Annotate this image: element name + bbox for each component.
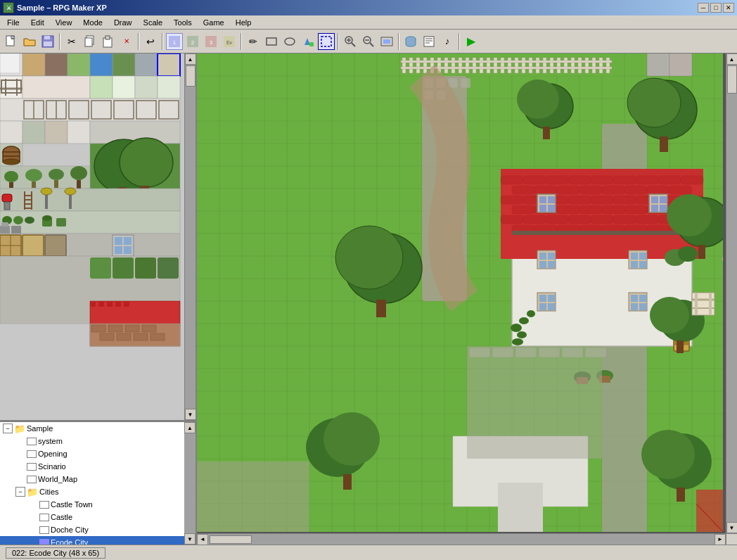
- svg-point-102: [65, 188, 76, 195]
- zoom-full-button[interactable]: [378, 33, 395, 50]
- svg-rect-313: [651, 196, 658, 203]
- menu-game[interactable]: Game: [198, 17, 230, 28]
- hscroll-right-button[interactable]: ►: [714, 534, 726, 545]
- menu-view[interactable]: View: [50, 17, 78, 28]
- maximize-button[interactable]: □: [710, 3, 722, 13]
- sound-button[interactable]: ♪: [439, 33, 456, 50]
- svg-rect-308: [539, 196, 546, 203]
- vscroll-up-button[interactable]: ▲: [726, 53, 738, 65]
- map-icon-castle: [39, 514, 49, 521]
- paste-button[interactable]: [100, 33, 117, 50]
- svg-rect-258: [546, 176, 568, 184]
- svg-rect-118: [45, 235, 66, 256]
- svg-rect-367: [677, 488, 685, 502]
- minimize-button[interactable]: ─: [698, 3, 709, 13]
- map-icon-castle-town: [39, 501, 49, 509]
- vscroll-track[interactable]: [726, 65, 737, 522]
- layer3-button[interactable]: 3: [203, 33, 219, 50]
- play-button[interactable]: ▶: [463, 33, 480, 50]
- open-button[interactable]: [21, 33, 38, 50]
- svg-rect-214: [409, 58, 413, 73]
- tileset-scroll-down[interactable]: ▼: [185, 409, 196, 420]
- svg-rect-236: [564, 58, 568, 73]
- map-tree: − 📁 Sample + system + Opening + Scinario…: [0, 421, 196, 545]
- tileset-scroll-thumb[interactable]: [186, 65, 196, 87]
- svg-point-79: [3, 159, 20, 165]
- main-layout: ▲ ▼ − 📁 Sample + system +: [0, 53, 737, 545]
- save-button[interactable]: [39, 33, 56, 50]
- menu-mode[interactable]: Mode: [77, 17, 108, 28]
- tree-item-ecode-city[interactable]: + Ecode City: [0, 536, 196, 545]
- undo-button[interactable]: ↩: [142, 33, 159, 50]
- events-button[interactable]: Ev: [221, 33, 238, 50]
- map-area[interactable]: ◄ ► ▲ ▼: [197, 53, 737, 545]
- tileset-scrollbar[interactable]: ▲ ▼: [184, 53, 196, 420]
- svg-rect-284: [557, 205, 579, 214]
- svg-rect-227: [501, 58, 504, 73]
- tree-toggle-sample[interactable]: −: [3, 424, 13, 433]
- svg-rect-260: [591, 176, 613, 184]
- svg-point-351: [627, 78, 681, 127]
- tree-item-doche-city[interactable]: + Doche City: [0, 523, 196, 536]
- svg-point-345: [512, 338, 523, 345]
- tileset-scroll-up[interactable]: ▲: [185, 53, 196, 65]
- zoom-in-button[interactable]: [342, 33, 359, 50]
- hscroll-thumb[interactable]: [210, 535, 252, 544]
- rect-button[interactable]: [263, 33, 280, 50]
- menu-file[interactable]: File: [1, 17, 25, 28]
- script-button[interactable]: [421, 33, 437, 50]
- copy-button[interactable]: [82, 33, 98, 50]
- folder-icon-sample: 📁: [14, 423, 25, 434]
- svg-rect-128: [158, 257, 179, 279]
- toolbar-sep-3: [162, 33, 163, 50]
- tree-item-world-map[interactable]: + World_Map: [0, 473, 196, 485]
- title-bar-buttons[interactable]: ─ □ ✕: [698, 3, 734, 13]
- tree-item-opening[interactable]: + Opening: [0, 447, 196, 460]
- cut-button[interactable]: ✂: [63, 33, 80, 50]
- new-button[interactable]: [3, 33, 20, 50]
- hscroll-left-button[interactable]: ◄: [197, 534, 208, 545]
- menu-help[interactable]: Help: [230, 17, 257, 28]
- hscroll-track[interactable]: [208, 534, 714, 545]
- svg-point-88: [70, 166, 87, 180]
- select-button[interactable]: [318, 33, 335, 50]
- tree-item-castle-town[interactable]: + Castle Town: [0, 498, 196, 511]
- map-vertical-scrollbar[interactable]: ▲ ▼: [726, 53, 737, 533]
- tree-scroll-down[interactable]: ▼: [184, 533, 196, 545]
- svg-point-372: [678, 246, 698, 262]
- menu-edit[interactable]: Edit: [25, 17, 50, 28]
- fill-button[interactable]: [300, 33, 316, 50]
- menu-scale[interactable]: Scale: [138, 17, 169, 28]
- map-horizontal-scrollbar[interactable]: ◄ ►: [197, 533, 726, 545]
- layer2-button[interactable]: 2: [184, 33, 201, 50]
- svg-rect-394: [585, 348, 606, 357]
- database-button[interactable]: [402, 33, 419, 50]
- ellipse-button[interactable]: [281, 33, 298, 50]
- vscroll-thumb[interactable]: [727, 65, 737, 94]
- tree-item-cities[interactable]: − 📁 Cities: [0, 485, 196, 498]
- svg-rect-46: [0, 76, 23, 98]
- tree-scroll-track[interactable]: [184, 433, 196, 533]
- tileset-area[interactable]: ▲ ▼: [0, 53, 196, 421]
- tree-item-scinario[interactable]: + Scinario: [0, 460, 196, 473]
- svg-rect-376: [695, 293, 698, 315]
- map-icon-system: [27, 438, 37, 445]
- tree-item-system[interactable]: + system: [0, 435, 196, 447]
- svg-rect-133: [115, 301, 121, 307]
- tree-scroll-up[interactable]: ▲: [184, 422, 196, 433]
- zoom-out-button[interactable]: [360, 33, 377, 50]
- tileset-scroll-track[interactable]: [185, 65, 196, 409]
- menu-tools[interactable]: Tools: [168, 17, 198, 28]
- delete-button[interactable]: ✕: [118, 33, 135, 50]
- tree-scrollbar[interactable]: ▲ ▼: [184, 422, 196, 545]
- svg-rect-117: [23, 235, 44, 256]
- tree-item-castle[interactable]: + Castle: [0, 511, 196, 523]
- vscroll-down-button[interactable]: ▼: [726, 522, 738, 533]
- tree-item-sample[interactable]: − 📁 Sample: [0, 422, 196, 435]
- tree-toggle-cities[interactable]: −: [15, 487, 25, 497]
- layer1-button[interactable]: 1: [166, 33, 183, 50]
- menu-draw[interactable]: Draw: [108, 17, 138, 28]
- close-button[interactable]: ✕: [723, 3, 734, 13]
- svg-rect-294: [591, 215, 613, 224]
- pencil-button[interactable]: ✏: [245, 33, 262, 50]
